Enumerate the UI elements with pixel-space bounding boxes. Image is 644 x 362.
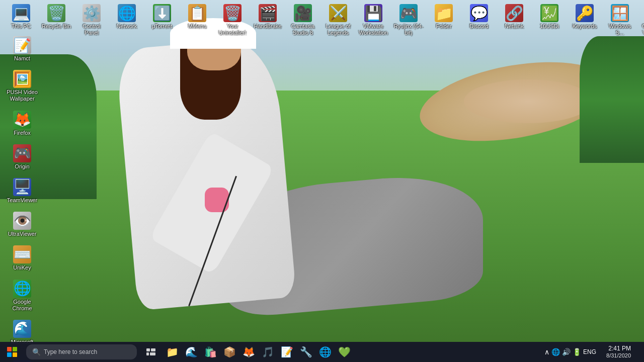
taskbar-app-app9[interactable]: 🌐	[316, 343, 334, 361]
taskbar-app-store[interactable]: 🛍️	[201, 343, 219, 361]
taskbar-tray: ∧ 🌐 🔊 🔋 ENG 2:41 PM 8/31/2020	[540, 342, 644, 362]
search-placeholder-text: Type here to search	[44, 348, 97, 355]
left-icon-column: 📝 Namct 🖼️ PUSH Video Wallpaper 🦊 Firefo…	[0, 0, 44, 362]
menu-icon: 📋	[188, 4, 206, 22]
10usd-icon: 💹	[540, 4, 558, 22]
desktop-icon-control-panel[interactable]: ⚙️ Control Panel	[74, 2, 109, 38]
network-icon: 🌐	[118, 4, 136, 22]
taskbar-app-buttons: 📁🌊🛍️📦🦊🎵📝🔧🌐💚	[163, 343, 353, 361]
vmware-label: VMware Workstation	[357, 23, 389, 36]
desktop-icon-unikey[interactable]: ⌨️ UniKey	[4, 243, 40, 273]
ultraviewer-icon: 👁️	[13, 212, 31, 230]
ryujinx-icon: 🎮	[399, 4, 418, 22]
control-panel-label: Control Panel	[75, 23, 108, 36]
start-button[interactable]	[0, 342, 24, 362]
svg-rect-3	[150, 352, 155, 355]
uninstall-label: Your Uninstaller!	[216, 23, 249, 36]
league-label: League of Legends	[322, 23, 354, 36]
camtasia-icon: 🎥	[294, 4, 312, 22]
namct-label: Namct	[14, 55, 30, 62]
chevron-up-icon[interactable]: ∧	[544, 348, 549, 356]
clock-time: 2:41 PM	[608, 345, 631, 352]
namct-icon: 📝	[13, 36, 31, 54]
torrent-icon: ⬇️	[153, 4, 171, 22]
discord-label: Discord	[469, 23, 488, 30]
desktop-icon-network[interactable]: 🌐 Network	[110, 2, 144, 32]
taskbar-app-app6[interactable]: 🎵	[259, 343, 277, 361]
desktop-icon-handbrake[interactable]: 🎬 HandBrake	[251, 2, 285, 32]
netlink-icon: 🔗	[505, 4, 523, 22]
taskbar-app-file-explorer[interactable]: 📁	[163, 343, 181, 361]
folder-label: Folder	[436, 23, 451, 30]
taskbar-app-firefox-taskbar[interactable]: 🦊	[239, 343, 258, 361]
search-icon: 🔍	[32, 348, 41, 356]
uninstall-icon: 🗑️	[223, 4, 242, 22]
vmware-icon: 💾	[364, 4, 382, 22]
windows-s-icon: 🪟	[611, 4, 629, 22]
windows-s-label: Windows S...	[604, 23, 636, 36]
desktop: 💻 This PC 🗑️ Recycle Bin ⚙️ Control Pane…	[0, 0, 644, 362]
desktop-icon-oracle[interactable]: 📦 Oracle VM VirtualBox	[638, 2, 644, 38]
desktop-icon-vmware[interactable]: 💾 VMware Workstation	[356, 2, 390, 38]
league-icon: ⚔️	[329, 4, 347, 22]
desktop-icon-ultraviewer[interactable]: 👁️ UltraViewer	[4, 210, 40, 239]
language-icon[interactable]: ENG	[583, 348, 596, 355]
torrent-label: μTorrent	[152, 23, 173, 30]
network-tray-icon[interactable]: 🌐	[551, 348, 560, 356]
folder-icon: 📁	[435, 4, 453, 22]
show-desktop-button[interactable]	[637, 342, 640, 362]
ryujinx-label: Ryujinx (64-bit)	[392, 23, 425, 36]
desktop-icon-origin[interactable]: 🎮 Origin	[4, 142, 40, 172]
desktop-icon-discord[interactable]: 💬 Discord	[462, 2, 496, 32]
desktop-icon-teamviewer[interactable]: 🖥️ TeamViewer	[4, 176, 40, 206]
battery-icon[interactable]: 🔋	[573, 348, 581, 356]
taskbar-app-app8[interactable]: 🔧	[297, 343, 315, 361]
desktop-icon-folder[interactable]: 📁 Folder	[427, 2, 461, 32]
handbrake-icon: 🎬	[259, 4, 277, 22]
unikey-label: UniKey	[13, 264, 31, 271]
edge-icon: 🌊	[13, 320, 31, 338]
desktop-icon-camtasia[interactable]: 🎥 Camtasia Studio 8	[286, 2, 320, 38]
taskbar-app-edge-taskbar[interactable]: 🌊	[182, 343, 200, 361]
desktop-icon-menu[interactable]: 📋 MMenu	[180, 2, 214, 32]
svg-rect-1	[151, 348, 155, 351]
chrome-label: Google Chrome	[6, 299, 38, 312]
volume-icon[interactable]: 🔊	[562, 348, 571, 356]
desktop-icon-recycle-bin[interactable]: 🗑️ Recycle Bin	[39, 2, 73, 32]
taskbar-app-winrar[interactable]: 📦	[220, 343, 238, 361]
10usd-label: 10USDi	[540, 23, 559, 30]
push-video-icon: 🖼️	[13, 70, 31, 88]
taskbar-app-app10[interactable]: 💚	[335, 343, 353, 361]
desktop-icon-keywords[interactable]: 🔑 Keywords	[568, 2, 602, 32]
oracle-label: Oracle VM VirtualBox	[639, 23, 644, 36]
system-tray: ∧ 🌐 🔊 🔋 ENG	[540, 348, 600, 356]
taskbar-clock[interactable]: 2:41 PM 8/31/2020	[602, 345, 635, 359]
keywords-label: Keywords	[573, 23, 597, 30]
desktop-icon-chrome[interactable]: 🌐 Google Chrome	[4, 278, 40, 314]
desktop-icon-league[interactable]: ⚔️ League of Legends	[321, 2, 355, 38]
origin-icon: 🎮	[13, 144, 31, 162]
clock-date: 8/31/2020	[606, 352, 631, 359]
taskbar-app-app7[interactable]: 📝	[278, 343, 296, 361]
handbrake-label: HandBrake	[254, 23, 281, 30]
firefox-icon: 🦊	[13, 111, 31, 129]
discord-icon: 💬	[470, 4, 488, 22]
desktop-icon-10usd[interactable]: 💹 10USDi	[532, 2, 567, 32]
desktop-icon-ryujinx[interactable]: 🎮 Ryujinx (64-bit)	[391, 2, 426, 38]
task-view-button[interactable]	[141, 342, 161, 362]
control-panel-icon: ⚙️	[83, 4, 101, 22]
desktop-icon-firefox[interactable]: 🦊 Firefox	[4, 109, 40, 138]
desktop-icon-namct[interactable]: 📝 Namct	[4, 34, 40, 64]
chrome-icon: 🌐	[13, 280, 31, 298]
svg-rect-2	[146, 352, 149, 355]
desktop-icon-push-video[interactable]: 🖼️ PUSH Video Wallpaper	[4, 68, 40, 104]
desktop-icon-netlink[interactable]: 🔗 NetLink	[497, 2, 531, 32]
push-video-label: PUSH Video Wallpaper	[6, 89, 38, 102]
search-bar[interactable]: 🔍 Type here to search	[26, 344, 137, 359]
desktop-icon-torrent[interactable]: ⬇️ μTorrent	[145, 2, 179, 32]
desktop-icon-uninstall[interactable]: 🗑️ Your Uninstaller!	[215, 2, 250, 38]
network-label: Network	[117, 23, 137, 30]
desktop-icon-windows-s[interactable]: 🪟 Windows S...	[603, 2, 637, 38]
camtasia-label: Camtasia Studio 8	[287, 23, 319, 36]
recycle-bin-icon: 🗑️	[47, 4, 65, 22]
